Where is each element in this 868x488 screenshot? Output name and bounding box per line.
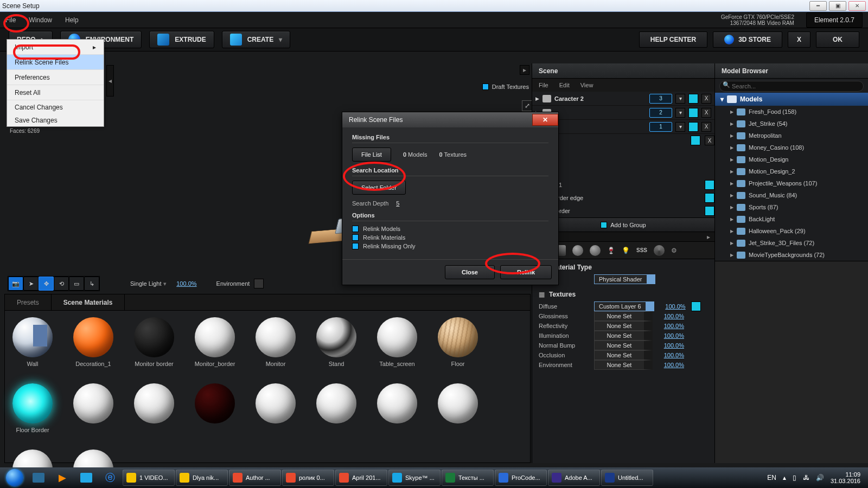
clock[interactable]: 11:09 31.03.2016 [831,471,860,484]
create-button[interactable]: CREATE ▾ [222,31,290,48]
preset-item[interactable]: Monitor border [132,317,176,367]
texture-value[interactable]: Custom Layer 6 [594,301,654,311]
add-to-group-button[interactable]: Add to Group [532,217,714,232]
models-root[interactable]: ▾Models [715,93,868,106]
window-maximize-button[interactable]: ▣ [829,1,846,11]
tree-item[interactable]: ▶Jet_Strike (54) [715,118,868,130]
tree-item[interactable]: ▶Money_Casino (108) [715,142,868,153]
taskbar-item[interactable]: Skype™ ... [388,470,441,486]
scene-subitem[interactable]: il 2X [532,134,714,147]
tree-item[interactable]: ▶MovieTypeBackgrounds (72) [715,249,868,261]
tree-item[interactable]: ▶Halloween_Pack (29) [715,225,868,237]
material-tab-sphere[interactable] [590,245,601,256]
environment-checkbox[interactable] [254,279,264,288]
tree-item[interactable]: ▶Sports (87) [715,201,868,213]
right-panel-collapse[interactable]: ▸ [520,65,529,75]
extrude-button[interactable]: EXTRUDE [149,31,214,48]
visibility-toggle[interactable] [691,136,700,145]
anchor-tool[interactable]: ↳ [84,277,99,291]
taskbar-item[interactable]: ProCode... [495,470,547,486]
option-relink-missing-only[interactable]: Relink Missing Only [352,243,548,249]
visibility-toggle[interactable] [688,122,698,132]
dialog-titlebar[interactable]: Relink Scene Files ✕ [342,112,558,127]
left-panel-collapse[interactable]: ◂ [106,65,114,97]
gear-icon[interactable]: ⚙ [671,247,677,254]
light-mode-select[interactable]: Single Light ▾ [130,280,167,287]
preset-item[interactable] [132,383,176,433]
texture-value[interactable]: None Set [594,360,653,370]
scene-item[interactable]: ▶ 1▾ X [532,120,714,134]
menu-window[interactable]: Window [29,16,52,24]
taskbar-item[interactable]: Untitled... [601,470,653,486]
window-minimize-button[interactable]: ━ [809,1,827,11]
scene-subitem[interactable]: ation 1 [532,178,714,191]
rotate-tool[interactable]: ⟲ [54,277,69,291]
texture-row[interactable]: DiffuseCustom Layer 6100.0% [539,301,708,311]
store-button[interactable]: 3D STORE [713,31,782,48]
chevron-down-icon[interactable]: ▾ [675,122,685,132]
texture-value[interactable]: None Set [594,331,653,341]
file-list-button[interactable]: File List [352,147,391,162]
taskbar-item[interactable]: Dlya nik... [176,470,228,486]
scene-item-count[interactable]: 2 [649,108,672,118]
texture-row[interactable]: GlossinessNone Set100.0% [539,311,708,321]
tab-scene-materials[interactable]: Scene Materials [52,294,125,310]
scene-subitem[interactable]: or_border [532,204,714,217]
material-tab-glass[interactable]: 🍷 [607,247,615,254]
taskbar-item[interactable]: 1 VIDEO... [123,470,175,486]
volume-icon[interactable]: 🔊 [816,474,824,481]
tree-item[interactable]: ▶Metropolitan [715,130,868,142]
preset-item[interactable]: Monitor_border [193,317,237,367]
taskbar-item[interactable]: Тексты ... [442,470,494,486]
scene-item[interactable]: ▶ 2▾ X [532,106,714,120]
tab-presets[interactable]: Presets [5,294,52,310]
scene-item-count[interactable]: 1 [649,122,672,132]
preset-item[interactable]: Decoration_1 [71,317,116,367]
scale-tool[interactable]: ▭ [69,277,84,291]
menuitem-save-changes[interactable]: Save Changes [7,114,104,126]
search-input[interactable] [719,81,864,92]
help-center-button[interactable]: HELP CENTER [639,31,707,48]
preset-item[interactable]: Floor [436,317,480,367]
cancel-x-button[interactable]: X [788,31,810,48]
scene-item-count[interactable]: 3 [649,94,672,104]
draft-textures-toggle[interactable]: Draft Textures [482,84,529,90]
texture-toggle[interactable] [691,301,701,311]
ok-button[interactable]: OK [816,31,859,48]
chevron-down-icon[interactable]: ▾ [675,94,685,104]
tree-item[interactable]: ▶BackLight [715,213,868,225]
network-icon[interactable]: 🖧 [803,474,809,481]
scene-edit[interactable]: Edit [559,82,570,88]
texture-value[interactable]: None Set [594,350,653,360]
preset-item[interactable]: Wall [10,317,55,367]
shader-select[interactable]: Physical Shader [594,274,655,284]
search-depth-value[interactable]: 5 [396,200,399,207]
delete-button[interactable]: X [701,94,711,104]
material-tab-light[interactable]: 💡 [622,247,630,254]
taskbar-pin[interactable] [75,469,98,486]
option-relink-models[interactable]: Relink Models [352,226,548,232]
tray-up-icon[interactable]: ▴ [783,474,786,481]
preset-item[interactable] [375,383,419,433]
chevron-down-icon[interactable]: ▾ [675,108,685,118]
scene-file[interactable]: File [539,82,548,88]
delete-button[interactable]: X [701,108,711,118]
taskbar-item[interactable]: Adobe A... [548,470,600,486]
taskbar-pin[interactable]: ⓔ [99,469,122,486]
menuitem-preferences[interactable]: Preferences [7,70,104,85]
light-percent[interactable]: 100.0% [171,280,197,287]
chevron-right-icon[interactable]: ▸ [707,233,710,241]
texture-percent[interactable]: 100.0% [658,352,684,358]
menu-help[interactable]: Help [65,16,79,24]
preset-item[interactable] [71,383,116,433]
viewport-expand-button[interactable]: ⤢ [522,100,533,111]
texture-row[interactable]: ReflectivityNone Set100.0% [539,321,708,331]
menuitem-reset-all[interactable]: Reset All [7,85,104,100]
preset-item[interactable] [193,383,237,433]
visibility-toggle[interactable] [688,108,698,118]
texture-percent[interactable]: 100.0% [658,362,684,368]
texture-percent[interactable]: 100.0% [658,323,684,329]
texture-row[interactable]: Normal BumpNone Set100.0% [539,341,708,350]
flag-icon[interactable]: ▯ [793,474,796,481]
menuitem-import[interactable]: Import▸ [7,40,104,55]
